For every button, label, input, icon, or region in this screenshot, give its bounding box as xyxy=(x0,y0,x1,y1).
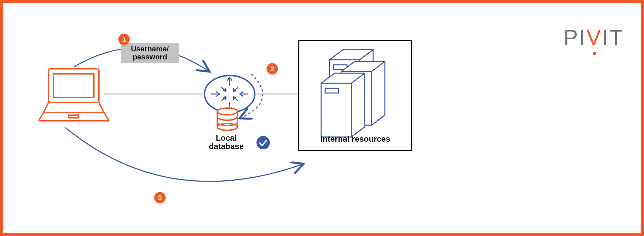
svg-rect-2 xyxy=(54,74,94,97)
step-badge-3: 3 xyxy=(154,192,166,203)
step-badge-1: 1 xyxy=(118,34,130,45)
svg-line-5 xyxy=(99,102,104,112)
diagram-canvas: Internal resources Username/ password Lo… xyxy=(7,7,644,236)
localdb-line1: Local xyxy=(216,133,237,142)
svg-rect-19 xyxy=(325,88,339,93)
brand-logo: PIVIT xyxy=(564,27,624,48)
svg-line-4 xyxy=(44,102,49,112)
diagram-frame: Internal resources Username/ password Lo… xyxy=(0,0,644,236)
credentials-label-box: Username/ password xyxy=(121,43,179,63)
laptop-icon xyxy=(39,65,112,126)
local-database-label: Local database xyxy=(198,134,255,150)
localdb-line2: database xyxy=(209,142,244,151)
credentials-line2: password xyxy=(133,53,167,61)
svg-rect-3 xyxy=(69,115,79,118)
internal-resources-label: Internal resources xyxy=(298,134,412,144)
svg-point-16 xyxy=(217,124,237,130)
database-icon xyxy=(214,107,241,134)
check-icon xyxy=(256,136,270,149)
step-badge-2: 2 xyxy=(267,63,278,75)
servers-icon xyxy=(299,41,411,150)
credentials-line1: Username/ xyxy=(131,45,169,53)
svg-point-15 xyxy=(217,108,237,115)
